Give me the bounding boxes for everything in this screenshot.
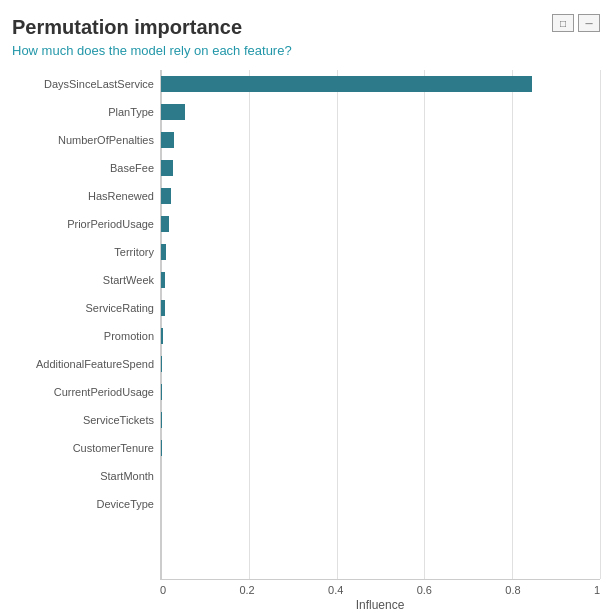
- bar-territory: [161, 244, 166, 260]
- bar-row: [161, 490, 600, 518]
- chart-subtitle: How much does the model rely on each fea…: [12, 43, 600, 58]
- x-axis-labels: 00.20.40.60.81: [160, 580, 600, 596]
- y-axis-labels: DaysSinceLastServicePlanTypeNumberOfPena…: [12, 70, 160, 580]
- bar-row: [161, 294, 600, 322]
- bar-row: [161, 350, 600, 378]
- chart-plot: [160, 70, 600, 580]
- bar-priorperiodusage: [161, 216, 169, 232]
- bar-row: [161, 266, 600, 294]
- bar-row: [161, 322, 600, 350]
- y-label-startmonth: StartMonth: [100, 462, 154, 490]
- y-label-plantype: PlanType: [108, 98, 154, 126]
- y-label-startweek: StartWeek: [103, 266, 154, 294]
- chart-area: DaysSinceLastServicePlanTypeNumberOfPena…: [12, 70, 600, 580]
- y-label-basefee: BaseFee: [110, 154, 154, 182]
- x-tick: 1: [594, 584, 600, 596]
- x-tick: 0: [160, 584, 166, 596]
- y-label-dayssincelastservice: DaysSinceLastService: [44, 70, 154, 98]
- bar-basefee: [161, 160, 173, 176]
- bar-row: [161, 210, 600, 238]
- split-button[interactable]: ─: [578, 14, 600, 32]
- bar-row: [161, 126, 600, 154]
- y-label-priorperiodusage: PriorPeriodUsage: [67, 210, 154, 238]
- bar-row: [161, 154, 600, 182]
- x-tick: 0.4: [328, 584, 343, 596]
- x-axis-title: Influence: [160, 598, 600, 612]
- chart-title: Permutation importance: [12, 16, 600, 39]
- bar-row: [161, 182, 600, 210]
- bar-numberofpenalties: [161, 132, 174, 148]
- main-container: □ ─ Permutation importance How much does…: [0, 0, 612, 613]
- y-label-servicerating: ServiceRating: [86, 294, 154, 322]
- y-label-numberofpenalties: NumberOfPenalties: [58, 126, 154, 154]
- y-label-additionalfeaturespend: AdditionalFeatureSpend: [36, 350, 154, 378]
- y-label-territory: Territory: [114, 238, 154, 266]
- bar-row: [161, 70, 600, 98]
- bar-startweek: [161, 272, 165, 288]
- bar-row: [161, 238, 600, 266]
- expand-button[interactable]: □: [552, 14, 574, 32]
- bar-row: [161, 98, 600, 126]
- bar-row: [161, 378, 600, 406]
- y-label-currentperiodusage: CurrentPeriodUsage: [54, 378, 154, 406]
- x-tick: 0.8: [505, 584, 520, 596]
- chart-controls: □ ─: [552, 14, 600, 32]
- bar-row: [161, 406, 600, 434]
- x-tick: 0.6: [417, 584, 432, 596]
- x-tick: 0.2: [239, 584, 254, 596]
- y-label-promotion: Promotion: [104, 322, 154, 350]
- y-label-servicetickets: ServiceTickets: [83, 406, 154, 434]
- bar-servicerating: [161, 300, 165, 316]
- bar-dayssincelastservice: [161, 76, 532, 92]
- y-label-hasrenewed: HasRenewed: [88, 182, 154, 210]
- grid-line: [600, 70, 601, 579]
- y-label-devicetype: DeviceType: [97, 490, 154, 518]
- bar-promotion: [161, 328, 163, 344]
- bar-row: [161, 462, 600, 490]
- bars-container: [161, 70, 600, 579]
- bar-plantype: [161, 104, 185, 120]
- bar-row: [161, 434, 600, 462]
- bar-hasrenewed: [161, 188, 171, 204]
- y-label-customertenure: CustomerTenure: [73, 434, 154, 462]
- x-ticks-row: 00.20.40.60.81: [160, 584, 600, 596]
